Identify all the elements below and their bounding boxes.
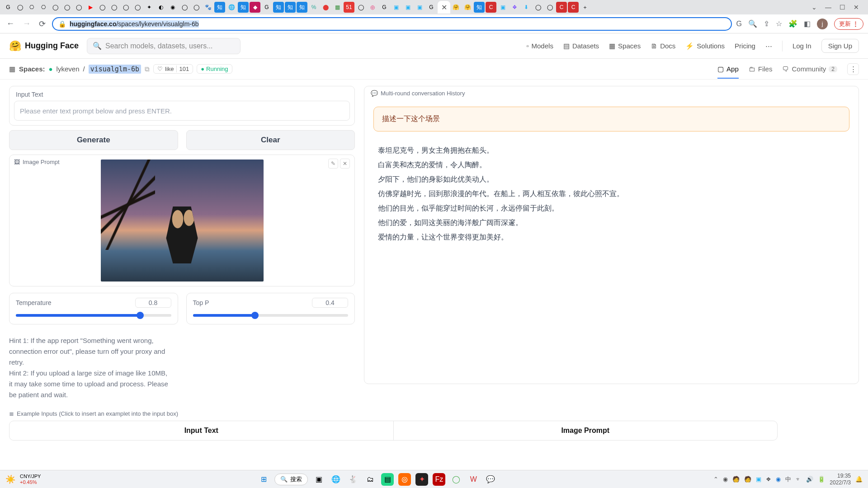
explorer-icon[interactable]: 🗂 [364, 473, 377, 486]
filezilla-icon[interactable]: Fz [433, 473, 445, 486]
new-tab-button[interactable]: ＋ [580, 2, 590, 13]
clear-button[interactable]: Clear [186, 130, 355, 150]
back-icon[interactable]: ← [5, 17, 16, 30]
app-icon[interactable]: ✦ [415, 473, 428, 486]
tab-favicon[interactable]: ◯ [355, 2, 366, 13]
tab-favicon[interactable]: ✦ [144, 2, 155, 13]
tab-favicon[interactable]: 🤗 [462, 2, 473, 13]
tab-favicon[interactable]: ▣ [414, 2, 425, 13]
tab-favicon[interactable]: C [486, 2, 496, 13]
weather-icon[interactable]: ☀️ [5, 474, 15, 484]
notifications-icon[interactable]: 🔔 [855, 476, 863, 483]
generate-button[interactable]: Generate [9, 130, 178, 150]
tab-favicon[interactable]: 🤗 [450, 2, 461, 13]
google-icon[interactable]: G [736, 20, 742, 28]
nav-more[interactable]: ⋯ [765, 42, 772, 50]
tab-files[interactable]: 🗀Files [749, 65, 773, 73]
tab-favicon[interactable]: ▣ [391, 2, 401, 13]
tab-favicon[interactable]: ⬇ [521, 2, 532, 13]
tab-favicon[interactable]: ⬤ [320, 2, 331, 13]
tab-favicon[interactable]: ◉ [167, 2, 178, 13]
weather-widget[interactable]: CNY/JPY +0.45% [20, 474, 41, 484]
nav-pricing[interactable]: Pricing [735, 42, 755, 50]
tab-favicon[interactable]: ◯ [108, 2, 119, 13]
tab-favicon[interactable]: 🐾 [203, 2, 213, 13]
app-icon[interactable]: 🐇 [347, 473, 359, 486]
nav-models[interactable]: ▫Models [526, 42, 553, 50]
tab-favicon[interactable]: ◯ [97, 2, 108, 13]
tray-icon[interactable]: ◉ [723, 476, 728, 483]
wps-icon[interactable]: W [467, 473, 480, 486]
tab-favicon[interactable]: ⎔ [26, 2, 37, 13]
tray-icon[interactable]: 🧑 [744, 476, 751, 483]
tab-favicon[interactable]: ◯ [544, 2, 555, 13]
star-icon[interactable]: ☆ [776, 19, 782, 28]
tab-favicon[interactable]: % [308, 2, 319, 13]
space-name[interactable]: visualglm-6b [89, 65, 141, 74]
tab-favicon[interactable]: ⎔ [38, 2, 49, 13]
ime-icon[interactable]: 中 [785, 475, 791, 483]
tray-icon[interactable]: 🧑 [732, 476, 740, 483]
tab-favicon[interactable]: ◯ [179, 2, 190, 13]
tab-favicon[interactable]: ◆ [250, 2, 260, 13]
tab-favicon[interactable]: ❖ [509, 2, 520, 13]
tab-favicon[interactable]: ◯ [191, 2, 202, 13]
tab-favicon[interactable]: ▣ [497, 2, 508, 13]
tab-favicon[interactable]: ◯ [132, 2, 143, 13]
tab-favicon[interactable]: G [261, 2, 272, 13]
avatar[interactable]: j [817, 19, 828, 29]
tab-favicon[interactable]: ◯ [533, 2, 543, 13]
tab-favicon[interactable]: ▶ [85, 2, 96, 13]
tab-favicon[interactable]: 知 [273, 2, 284, 13]
chevron-down-icon[interactable]: ⌄ [811, 4, 817, 11]
tab-favicon[interactable]: ▣ [402, 2, 413, 13]
wifi-icon[interactable]: ᯤ [796, 476, 802, 483]
maximize-icon[interactable]: ☐ [840, 4, 845, 11]
tab-favicon[interactable]: 知 [474, 2, 485, 13]
tab-app[interactable]: ▢App [717, 65, 739, 79]
tab-favicon[interactable]: C [568, 2, 579, 13]
tab-favicon[interactable]: ◯ [73, 2, 84, 13]
start-button[interactable]: ⊞ [257, 473, 270, 486]
chrome-icon[interactable]: 🌐 [330, 473, 342, 486]
taskview-icon[interactable]: ▣ [312, 473, 325, 486]
tab-favicon[interactable]: ◯ [61, 2, 72, 13]
pycharm-icon[interactable]: ▤ [381, 473, 394, 486]
app-icon[interactable]: ◎ [398, 473, 411, 486]
share-icon[interactable]: ⇪ [764, 19, 769, 28]
temperature-slider[interactable] [16, 314, 171, 317]
tray-icon[interactable]: ◉ [776, 476, 781, 483]
hf-logo[interactable]: 🤗Hugging Face [9, 40, 79, 52]
tray-icon[interactable]: ❖ [766, 476, 771, 483]
extensions-icon[interactable]: 🧩 [788, 19, 797, 28]
active-tab[interactable]: ✕ [438, 1, 450, 14]
nav-solutions[interactable]: ⚡Solutions [685, 42, 725, 50]
tab-favicon[interactable]: ◯ [14, 2, 25, 13]
tab-community[interactable]: 🗨Community2 [782, 65, 837, 73]
remove-image-icon[interactable]: ✕ [340, 159, 350, 169]
nav-spaces[interactable]: ▦Spaces [609, 42, 641, 50]
tab-favicon[interactable]: 51 [344, 2, 354, 13]
sidepanel-icon[interactable]: ◧ [804, 19, 811, 28]
tab-favicon[interactable]: ◎ [367, 2, 378, 13]
copy-icon[interactable]: ⧉ [145, 65, 150, 73]
edit-icon[interactable]: ✎ [328, 159, 338, 169]
volume-icon[interactable]: 🔊 [806, 476, 813, 483]
tab-favicon[interactable]: G [379, 2, 390, 13]
topp-slider[interactable] [193, 314, 349, 317]
tab-favicon[interactable]: G [426, 2, 437, 13]
app-icon[interactable]: ◯ [450, 473, 462, 486]
zoom-icon[interactable]: 🔍 [748, 19, 757, 28]
tab-favicon[interactable]: ◐ [156, 2, 166, 13]
login-link[interactable]: Log In [793, 42, 811, 50]
tab-favicon[interactable]: 知 [238, 2, 249, 13]
address-bar[interactable]: 🔒 huggingface.co/spaces/lykeven/visualgl… [52, 17, 732, 31]
tab-favicon[interactable]: ▦ [332, 2, 343, 13]
forward-icon[interactable]: → [21, 17, 33, 30]
search-input[interactable]: 🔍Search models, datasets, users... [87, 38, 241, 54]
nav-datasets[interactable]: ▤Datasets [563, 42, 599, 50]
topp-value[interactable]: 0.4 [312, 298, 348, 308]
tab-favicon[interactable]: 知 [214, 2, 225, 13]
close-tab-icon[interactable]: ✕ [441, 3, 447, 12]
wechat-icon[interactable]: 💬 [484, 473, 497, 486]
